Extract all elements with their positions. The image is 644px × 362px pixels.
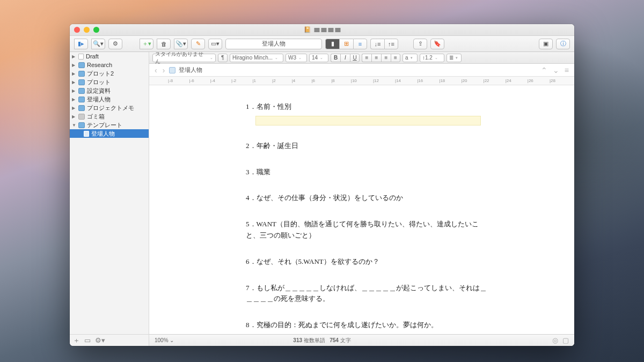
inspector-button[interactable]: ⓘ — [556, 39, 570, 49]
list-select[interactable]: ≣▾ — [447, 54, 462, 62]
align-left-button[interactable]: ≡ — [362, 54, 371, 62]
align-right-button[interactable]: ≡ — [381, 54, 391, 62]
settings-button[interactable]: ⚙ — [108, 39, 122, 49]
share-button[interactable]: ⇪ — [413, 39, 427, 49]
binder-item-settings[interactable]: ▶設定資料 — [70, 86, 149, 95]
doc-text: 5．WANT（目的、物語を通じて何を勝ち取りたい、得たい、達成したいこと、三つの… — [246, 219, 493, 241]
highlight-field[interactable] — [255, 116, 481, 125]
sidebar-options-button[interactable]: ⚙▾ — [95, 336, 105, 344]
folder-icon — [78, 71, 85, 77]
binder-tree[interactable]: ▶Draft ▶Research ▶プロット2 ▶プロット ▶設定資料 ▶登場人… — [70, 52, 149, 334]
zoom-button[interactable] — [93, 27, 99, 33]
text-color-select[interactable]: a▾ — [402, 54, 418, 62]
doc-text: 7．もし私が＿＿＿＿＿しなければ、＿＿＿＿＿が起こってしまい、それは＿＿＿＿＿の… — [246, 283, 493, 305]
binder-item-plot[interactable]: ▶プロット — [70, 78, 149, 86]
align-center-button[interactable]: ≡ — [371, 54, 381, 62]
binder-item-label: Research — [87, 62, 112, 68]
view-outline-button[interactable]: ≡ — [353, 39, 367, 49]
sort-up-button[interactable]: ↑≡ — [384, 39, 398, 49]
compose-button[interactable]: ✎ — [191, 39, 205, 49]
close-button[interactable] — [74, 27, 80, 33]
add-item-button[interactable]: ＋ — [73, 336, 80, 345]
binder-item-label: プロジェクトメモ — [87, 104, 134, 112]
add-folder-button[interactable]: ▭ — [84, 336, 91, 344]
ruler-tick: |-6 — [189, 78, 194, 83]
trash-button[interactable]: 🗑 — [157, 39, 171, 49]
ruler-tick: |12 — [373, 78, 379, 83]
title-progress-icon — [314, 28, 341, 32]
outline-toggle-button[interactable]: ≡ — [564, 66, 570, 75]
chevron-down-icon: ▾ — [456, 56, 458, 60]
underline-button[interactable]: U — [350, 54, 360, 62]
folder-icon — [78, 122, 85, 128]
layout-button[interactable]: ▭▾ — [208, 39, 222, 49]
style-label: スタイルがありません — [155, 52, 208, 65]
bookmark-button[interactable]: 🔖 — [430, 39, 444, 49]
font-select[interactable]: Hiragino Minch...⌄ — [230, 54, 283, 62]
style-options-button[interactable]: ¶ — [218, 54, 228, 62]
align-justify-button[interactable]: ≡ — [391, 54, 400, 62]
view-text-button[interactable]: ▮ — [325, 39, 339, 49]
trash-icon — [78, 114, 85, 120]
attach-button[interactable]: 📎▾ — [174, 39, 188, 49]
binder-item-template[interactable]: ▼テンプレート — [70, 121, 149, 129]
add-button[interactable]: ＋▾ — [140, 39, 153, 49]
zoom-control[interactable]: 100% ⌄ — [155, 337, 174, 343]
sort-down-button[interactable]: ↓≡ — [370, 39, 384, 49]
ruler-tick: |-2 — [231, 78, 236, 83]
ruler-tick: |6 — [311, 78, 315, 83]
template-doc-icon — [84, 131, 89, 137]
binder-toggle-button[interactable]: ▮▸ — [74, 39, 88, 49]
binder-item-project-memo[interactable]: ▶プロジェクトメモ — [70, 104, 149, 112]
breadcrumb-doc-icon — [169, 67, 175, 73]
gear-icon: ⚙ — [113, 40, 118, 47]
view-cork-button[interactable]: ⊞ — [339, 39, 353, 49]
bold-button[interactable]: B — [331, 54, 340, 62]
font-size-select[interactable]: 14⌄ — [309, 54, 328, 62]
disclosure-icon[interactable]: ▶ — [72, 88, 76, 93]
search-button[interactable]: 🔍▾ — [91, 39, 105, 49]
document-title-label: 登場人物 — [262, 40, 286, 48]
disclosure-icon[interactable]: ▶ — [72, 63, 76, 68]
disclosure-icon[interactable]: ▶ — [72, 54, 76, 59]
italic-button[interactable]: I — [340, 54, 350, 62]
binder-item-plot2[interactable]: ▶プロット2 — [70, 69, 149, 78]
chevron-down-icon: ⌄ — [435, 56, 438, 60]
binder-item-label: 登場人物 — [87, 95, 111, 104]
disclosure-icon[interactable]: ▶ — [72, 106, 76, 110]
nav-forward-button[interactable]: › — [162, 66, 166, 75]
target-button[interactable]: ◎ — [552, 336, 558, 344]
font-weight-select[interactable]: W3⌄ — [286, 54, 307, 62]
collapse-button[interactable]: ⌃ — [540, 66, 548, 75]
disclosure-icon[interactable]: ▶ — [72, 71, 76, 76]
disclosure-icon[interactable]: ▶ — [72, 80, 76, 85]
char-count-label: 文字 — [340, 337, 351, 343]
app-window: 📔 ▮▸ 🔍▾ ⚙ ＋▾ 🗑 📎▾ ✎ ▭▾ 登場人物 ▮ ⊞ — [70, 24, 574, 346]
document-title-field[interactable]: 登場人物 — [225, 39, 322, 49]
binder-item-trash[interactable]: ▶ゴミ箱 — [70, 112, 149, 121]
binder-item-characters[interactable]: ▶登場人物 — [70, 95, 149, 104]
fullscreen-button[interactable]: ▣ — [539, 39, 553, 49]
style-select[interactable]: スタイルがありません⌄ — [152, 54, 216, 62]
minimize-button[interactable] — [84, 27, 90, 33]
ruler-tick: |28 — [550, 78, 555, 83]
binder-item-draft[interactable]: ▶Draft — [70, 52, 149, 61]
word-count[interactable]: 313 複数単語 754 文字 — [293, 337, 350, 344]
chevron-down-icon: ⌄ — [320, 56, 323, 60]
disclosure-icon[interactable]: ▼ — [72, 123, 76, 128]
ruler-tick: |22 — [484, 78, 489, 83]
nav-back-button[interactable]: ‹ — [153, 66, 158, 75]
document-editor[interactable]: 1．名前・性別 2．年齢・誕生日 3．職業 4．なぜ、その仕事（身分・状況）をし… — [149, 85, 574, 334]
text-color-label: a — [405, 55, 408, 61]
window-title: 📔 — [304, 26, 341, 33]
ruler-tick: |-8 — [168, 78, 173, 83]
doc-icon — [78, 54, 84, 60]
ruler[interactable]: |-8 |-6 |-4 |-2 |1 |2 |4 |6 |8 |10 |12 |… — [149, 77, 574, 85]
expand-button[interactable]: ⌄ — [552, 66, 560, 75]
disclosure-icon[interactable]: ▶ — [72, 97, 76, 102]
binder-item-template-character[interactable]: 登場人物 — [70, 129, 149, 138]
comment-button[interactable]: ▢ — [562, 336, 569, 344]
disclosure-icon[interactable]: ▶ — [72, 114, 76, 119]
line-spacing-select[interactable]: ↕ 1.2⌄ — [420, 54, 444, 62]
binder-item-research[interactable]: ▶Research — [70, 61, 149, 69]
